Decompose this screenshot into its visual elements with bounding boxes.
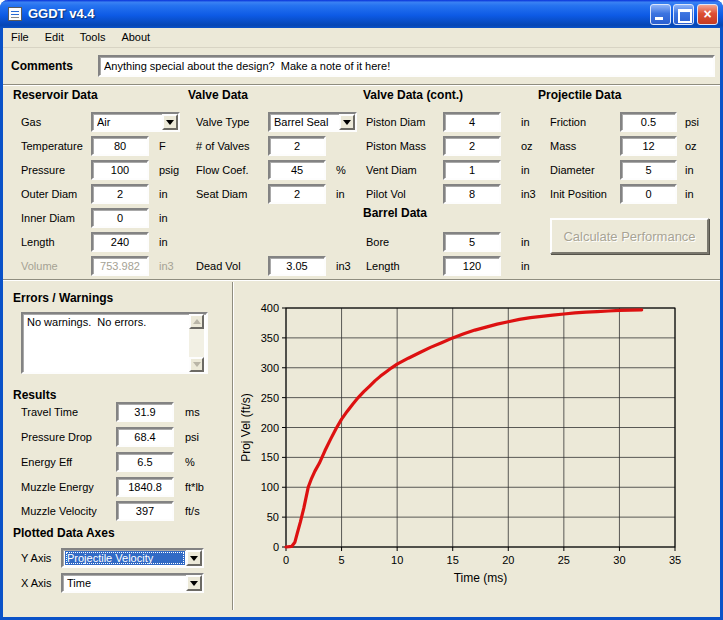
svg-text:30: 30 [613, 554, 625, 566]
field-row-seat-diam: Seat Diam in [188, 184, 360, 206]
field-row-gas: Gas Air [13, 112, 191, 134]
projectile-data-section: Projectile Data Friction psi Mass oz Dia… [538, 88, 720, 278]
temperature-field[interactable] [91, 136, 149, 156]
travel-time-label: Travel Time [21, 406, 78, 418]
muzzle-energy-unit: ft*lb [185, 481, 204, 493]
muzzle-velocity-label: Muzzle Velocity [21, 505, 97, 517]
num-valves-field[interactable] [268, 136, 326, 156]
diameter-field[interactable] [620, 160, 677, 180]
mass-field[interactable] [620, 136, 677, 156]
field-row-piston-diam: Piston Diam in [363, 112, 535, 134]
muzzle-energy-field [116, 477, 174, 497]
minimize-button[interactable] [650, 4, 671, 25]
svg-text:150: 150 [261, 451, 279, 463]
field-row-mass: Mass oz [538, 136, 720, 158]
pressure-field[interactable] [91, 160, 149, 180]
scrollbar[interactable] [189, 314, 204, 372]
pilot-vol-field[interactable] [443, 184, 501, 204]
barrel-length-unit: in [521, 260, 530, 272]
friction-label: Friction [550, 116, 586, 128]
svg-text:0: 0 [273, 541, 279, 553]
dead-vol-field[interactable] [268, 256, 326, 276]
gas-select[interactable]: Air [91, 112, 180, 132]
num-valves-label: # of Valves [196, 140, 250, 152]
muzzle-velocity-unit: ft/s [185, 505, 200, 517]
flow-coef-label: Flow Coef. [196, 164, 249, 176]
field-row-pilot-vol: Pilot Vol in3 [363, 184, 535, 206]
results-section: Results Travel Time ms Pressure Drop psi… [13, 385, 223, 403]
field-row-inner-diam: Inner Diam in [13, 208, 191, 230]
svg-text:25: 25 [558, 554, 570, 566]
bore-field[interactable] [443, 232, 501, 252]
outer-diam-unit: in [159, 188, 168, 200]
menu-tools[interactable]: Tools [72, 28, 114, 47]
chevron-down-icon[interactable] [186, 575, 202, 591]
seat-diam-label: Seat Diam [196, 188, 247, 200]
seat-diam-field[interactable] [268, 184, 326, 204]
menu-file[interactable]: File [3, 28, 37, 47]
menu-about[interactable]: About [113, 28, 158, 47]
inner-diam-field[interactable] [91, 208, 149, 228]
titlebar: GGDT v4.4 × [0, 0, 723, 28]
friction-field[interactable] [620, 112, 677, 132]
energy-eff-field [116, 452, 174, 472]
svg-text:20: 20 [502, 554, 514, 566]
svg-text:Proj Vel (ft/s): Proj Vel (ft/s) [241, 393, 253, 462]
errors-warnings-box[interactable]: No warnings. No errors. [21, 312, 208, 374]
scroll-down-icon[interactable] [189, 357, 204, 372]
chevron-down-icon[interactable] [186, 550, 202, 566]
app-icon [8, 7, 22, 21]
init-position-field[interactable] [620, 184, 677, 204]
barrel-length-label: Length [366, 260, 400, 272]
piston-diam-field[interactable] [443, 112, 501, 132]
pilot-vol-unit: in3 [521, 188, 536, 200]
pressure-drop-field [116, 427, 174, 447]
y-axis-label: Y Axis [21, 552, 51, 564]
energy-eff-unit: % [185, 456, 195, 468]
chevron-down-icon[interactable] [339, 114, 355, 130]
svg-text:15: 15 [447, 554, 459, 566]
flow-coef-field[interactable] [268, 160, 326, 180]
valve-data-cont-title: Valve Data (cont.) [363, 88, 463, 102]
y-axis-select[interactable]: Projectile Velocity [61, 548, 204, 568]
field-row-vent-diam: Vent Diam in [363, 160, 535, 182]
bore-unit: in [521, 236, 530, 248]
errors-warnings-section: Errors / Warnings No warnings. No errors… [13, 288, 223, 306]
result-row-muzzle-velocity: Muzzle Velocity ft/s [13, 501, 223, 523]
x-axis-select[interactable]: Time [61, 573, 204, 593]
valve-type-select[interactable]: Barrel Seal [268, 112, 357, 132]
length-field[interactable] [91, 232, 149, 252]
muzzle-energy-label: Muzzle Energy [21, 481, 94, 493]
divider [3, 279, 720, 281]
outer-diam-field[interactable] [91, 184, 149, 204]
field-row-num-valves: # of Valves [188, 136, 360, 158]
length-unit: in [159, 236, 168, 248]
menu-edit[interactable]: Edit [37, 28, 72, 47]
field-row-friction: Friction psi [538, 112, 720, 134]
field-row-length: Length in [13, 232, 191, 254]
close-button[interactable]: × [697, 4, 718, 25]
maximize-button[interactable] [673, 4, 694, 25]
gas-value: Air [97, 115, 159, 129]
scroll-up-icon[interactable] [189, 314, 204, 329]
field-row-flow-coef: Flow Coef. % [188, 160, 360, 182]
length-label: Length [21, 236, 55, 248]
calculate-performance-button[interactable]: Calculate Performance [550, 218, 709, 254]
piston-mass-field[interactable] [443, 136, 501, 156]
window-title: GGDT v4.4 [28, 6, 94, 21]
field-row-volume: Volume in3 [13, 256, 191, 278]
field-row-dead-vol: Dead Vol in3 [188, 256, 360, 278]
chevron-down-icon[interactable] [162, 114, 178, 130]
svg-text:35: 35 [669, 554, 681, 566]
svg-text:200: 200 [261, 422, 279, 434]
comments-input[interactable] [98, 55, 715, 77]
field-row-init-position: Init Position in [538, 184, 720, 206]
vent-diam-field[interactable] [443, 160, 501, 180]
field-row-piston-mass: Piston Mass oz [363, 136, 535, 158]
barrel-length-field[interactable] [443, 256, 501, 276]
errors-warnings-title: Errors / Warnings [13, 291, 113, 305]
inner-diam-label: Inner Diam [21, 212, 75, 224]
svg-text:10: 10 [391, 554, 403, 566]
result-row-pressure-drop: Pressure Drop psi [13, 427, 223, 449]
dead-vol-label: Dead Vol [196, 260, 241, 272]
